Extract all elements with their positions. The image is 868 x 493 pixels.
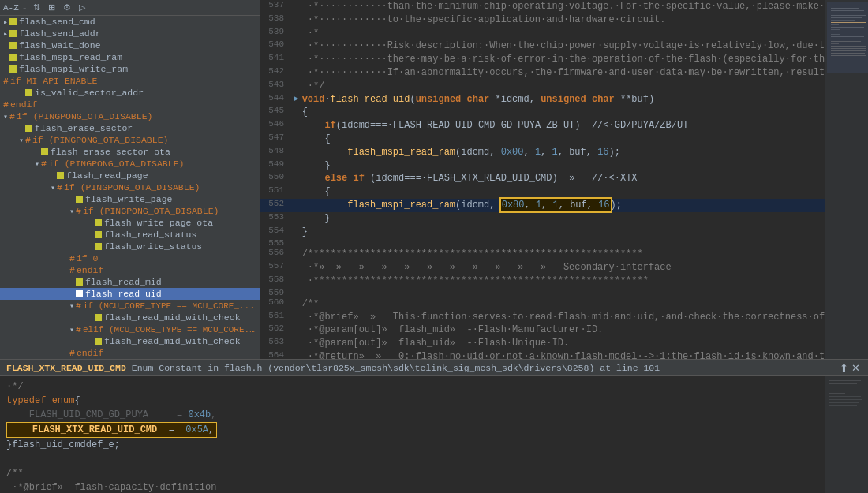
line-number: 563 [260,337,290,350]
expand-panel-button[interactable]: ⬆ [838,362,850,374]
svg-rect-18 [831,46,866,47]
code-line-559: 559 [260,288,825,297]
tree-item[interactable]: ▾ # if (PINGPONG_OTA_DISABLE) [0,158,260,170]
tree-item-label: if (PINGPONG_OTA_DISABLE) [32,135,169,145]
bottom-code-line [6,452,818,466]
tree-item[interactable]: # endif [0,347,260,359]
tree-item[interactable]: ▾ # if (PINGPONG_OTA_DISABLE) [0,205,260,217]
code-line-549: 549 } [260,159,825,173]
line-number: 539 [260,27,290,40]
line-number: 553 [260,212,290,226]
func-icon [95,314,102,321]
sidebar-toolbar: A-Z - ⇅ ⊞ ⚙ ▷ [0,0,260,16]
line-code: void·flash_read_uid(unsigned char *idcmd… [302,93,825,106]
tree-item-label: flash_send_addr [19,28,101,39]
line-arrow [290,146,302,159]
tree-item[interactable]: ▾ # elif (MCU_CORE_TYPE == MCU_CORE... [0,323,260,335]
tree-item[interactable]: ▸ flash_read_mid_with_check [0,335,260,347]
line-arrow [290,275,302,288]
tree-item-label: if (PINGPONG_OTA_DISABLE) [83,206,219,216]
svg-rect-27 [829,387,861,387]
line-number: 543 [260,80,290,93]
tree-item[interactable]: ▸ flash_write_page_ota [0,217,260,229]
code-line-553: 553 } [260,212,825,226]
settings-icon-button[interactable]: ⚙ [61,2,73,13]
svg-rect-17 [831,43,839,44]
line-number: 545 [260,106,290,119]
svg-rect-32 [829,402,859,403]
line-code: ·*@param[out]» flash_mid» -·Flash·Manufa… [302,323,825,337]
code-line-562: 562 ·*@param[out]» flash_mid» -·Flash·Ma… [260,323,825,337]
tree-item[interactable]: ▸ flash_write_page [0,193,260,205]
svg-rect-33 [829,405,857,406]
line-code: ·* [302,27,825,40]
tree-item[interactable]: ▸ flash_read_page [0,170,260,181]
tree-item[interactable]: ▸ flash_write_status [0,241,260,252]
line-arrow [290,185,302,199]
line-arrow [290,13,302,27]
hash-icon: # [69,253,75,263]
line-arrow [290,288,302,297]
code-line-543: 543 ·*/ [260,80,825,93]
line-code: ·***************************************… [302,275,825,288]
tree-item-label: if 0 [77,253,99,263]
tree-item[interactable]: ▾ # if (PINGPONG_OTA_DISABLE) [0,181,260,193]
tree-item[interactable]: # endif [0,99,260,110]
line-number: 552 [260,199,290,212]
tree-item[interactable]: ▸ flash_read_status [0,229,260,241]
expand-icon-button[interactable]: ▷ [77,2,88,13]
line-number: 544 [260,93,290,106]
tree-item[interactable]: ▸ flash_erase_sector_ota [0,146,260,158]
line-number: 554 [260,226,290,239]
line-code: ·*············to·the·specific·applicatio… [302,13,825,27]
tree-item-label: flash_write_page_ota [104,218,213,228]
sort-icon-button[interactable]: ⇅ [31,2,43,13]
minimap[interactable] [825,0,868,359]
bottom-code-line: ·*/ [6,379,818,394]
collapse-arrow: ▾ [51,183,55,192]
code-editor: 537 ·*············than·the·minimum·chip·… [260,0,825,359]
tree-item-flash-read-uid[interactable]: ▸ flash_read_uid [0,288,260,300]
line-number: 562 [260,323,290,337]
code-line-558: 558 ·***********************************… [260,275,825,288]
line-number: 546 [260,119,290,133]
code-table: 537 ·*············than·the·minimum·chip·… [260,0,825,359]
bottom-code-line: ·*@brief» flash·capacity·definition [6,480,818,493]
line-arrow [290,311,302,324]
tree-item[interactable]: ▸ is_valid_sector_addr [0,87,260,99]
line-number: 541 [260,53,290,66]
tree-item[interactable]: ▸ flash_erase_sector [0,122,260,134]
tree-item[interactable]: ▸ flash_mspi_write_ram [0,63,260,75]
line-code: { [302,133,825,146]
tree-item[interactable]: ▸ flash_send_cmd [0,16,260,28]
tree-item-label: endif [77,348,104,358]
line-number: 556 [260,248,290,261]
tree-item[interactable]: # endif [0,264,260,276]
tree-item[interactable]: ▾ # if (PINGPONG_OTA_DISABLE) [0,134,260,146]
code-line-557: 557 ·*» » » » » » » » » » » Secondary·in… [260,261,825,275]
collapse-arrow: ▾ [69,325,74,334]
collapse-arrow: ▾ [3,112,8,121]
func-icon [41,148,48,155]
tree-item[interactable]: ▸ flash_read_mid_with_check [0,312,260,323]
tree-item-label: endif [77,265,104,275]
code-line-548: 548 flash_mspi_read_ram(idcmd, 0x00, 1, … [260,146,825,159]
line-number: 561 [260,311,290,324]
tree-item[interactable]: ▸ flash_wait_done [0,39,260,51]
tree-item[interactable]: ▸ flash_mspi_read_ram [0,51,260,63]
minimap-panel [825,0,868,359]
line-code: /** [302,297,825,311]
line-code: { [302,185,825,199]
tree-item[interactable]: ▸ flash_send_addr [0,28,260,39]
tree-item[interactable]: # if MI_API_ENABLE [0,75,260,87]
line-code: ·*» » » » » » » » » » » Secondary·interf… [302,261,825,275]
line-arrow [290,350,302,359]
line-arrow [290,66,302,80]
tree-item[interactable]: # if 0 [0,252,260,264]
line-arrow [290,80,302,93]
hierarchy-icon-button[interactable]: ⊞ [46,2,58,13]
close-panel-button[interactable]: ✕ [850,362,862,374]
tree-item[interactable]: ▾ # if (PINGPONG_OTA_DISABLE) [0,110,260,122]
tree-item[interactable]: ▸ flash_read_mid [0,276,260,288]
tree-item[interactable]: ▾ # if (MCU_CORE_TYPE == MCU_CORE_... [0,300,260,312]
